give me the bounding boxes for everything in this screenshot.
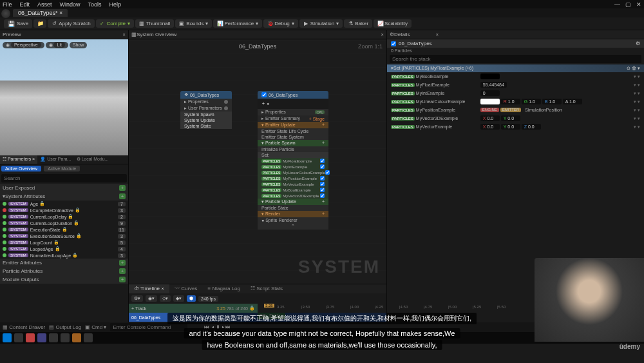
document-tab[interactable]: 06_DataTypes* × <box>13 9 68 17</box>
set-variable-row[interactable]: PARTICLESMyIntExample <box>258 164 328 170</box>
timeline-ruler[interactable]: 3.25 3.25|3.50|3.75|4.00|4.25|4.50|4.75|… <box>258 304 386 313</box>
add-icon[interactable]: + <box>119 193 126 199</box>
apply-scratch-button[interactable]: ↺Apply Scratch <box>48 19 94 28</box>
dropdown-icon[interactable]: ▾ ▾ <box>634 108 640 113</box>
close-tab-icon[interactable]: × <box>59 10 62 16</box>
add-icon[interactable]: + <box>119 268 126 274</box>
taskbar-icon[interactable] <box>26 333 35 342</box>
menu-tools[interactable]: Tools <box>88 1 102 8</box>
dropdown-icon[interactable]: ▾ ▾ <box>634 91 640 96</box>
window-close-icon[interactable]: ✕ <box>636 1 641 8</box>
close-icon[interactable]: × <box>435 32 439 37</box>
graph-canvas[interactable]: 06_DataTypes Zoom 1:1 ❖06_DataTypes ▸ Pr… <box>129 39 386 284</box>
details-tab[interactable]: ⚙ Details× <box>387 30 644 39</box>
system-node[interactable]: ❖06_DataTypes ▸ Properties▸ User Paramet… <box>180 91 232 129</box>
details-property-row[interactable]: PARTICLESMyIntExample0▾ ▾ <box>387 89 644 97</box>
taskbar-icon[interactable] <box>49 333 58 342</box>
bounds-button[interactable]: ▣Bounds ▾ <box>175 19 212 28</box>
system-attribute-row[interactable]: SYSTEMExecutionStateSource🔒3 <box>0 233 128 239</box>
parameter-search-input[interactable] <box>1 174 127 182</box>
set-variable-row[interactable]: PARTICLESMyVectorExample <box>258 181 328 187</box>
set-variable-row[interactable]: PARTICLESMyFloatExample <box>258 158 328 164</box>
taskbar-icon[interactable] <box>3 333 12 342</box>
details-property-row[interactable]: PARTICLESMyFloatExample55.445484▾ ▾ <box>387 81 644 89</box>
dropdown-icon[interactable]: ▾ ▾ <box>634 124 640 130</box>
timeline-snap-icon[interactable]: ◇▾ <box>160 295 171 302</box>
dropdown-icon[interactable]: ▾ ▾ <box>634 83 640 88</box>
dropdown-icon[interactable]: ▾ ▾ <box>634 99 640 104</box>
details-property-row[interactable]: PARTICLESMyVectorExample0.00.00.0▾ ▾ <box>387 123 644 131</box>
menu-file[interactable]: File <box>3 1 12 8</box>
var-enabled-checkbox[interactable] <box>320 164 325 169</box>
node-row[interactable]: ▸ Properties <box>180 99 232 105</box>
baker-button[interactable]: ⚗Baker <box>344 19 372 28</box>
taskbar-icon[interactable] <box>14 333 23 342</box>
system-overview-tab[interactable]: ▦ System Overview × <box>129 30 386 39</box>
system-attribute-row[interactable]: SYSTEMbCompleteOnInactive🔒3 <box>0 207 128 213</box>
scalability-button[interactable]: 📈Scalability <box>374 19 412 28</box>
system-attribute-row[interactable]: SYSTEMExecutionState🔒11 <box>0 226 128 233</box>
viewport-lit-button[interactable]: ◉ Lit <box>46 42 68 48</box>
tab-niagara-log[interactable]: ≡ Niagara Log <box>203 284 245 293</box>
node-row[interactable]: System Update <box>180 117 232 123</box>
active-overview-button[interactable]: Active Overview <box>1 166 41 172</box>
set-variable-row[interactable]: PARTICLESMyPositionExample <box>258 175 328 181</box>
fps-display[interactable]: 240 fps <box>198 296 218 302</box>
details-search-input[interactable] <box>390 55 641 63</box>
gear-icon[interactable]: ⚙ <box>636 41 640 46</box>
menu-window[interactable]: Window <box>60 1 80 8</box>
output-log-button[interactable]: ▤ Output Log <box>49 324 81 330</box>
module-row[interactable]: Particle State <box>258 205 328 211</box>
var-enabled-checkbox[interactable] <box>320 159 325 163</box>
set-variable-row[interactable]: PARTICLESMyVector2DExample <box>258 193 328 199</box>
cmd-dropdown[interactable]: ▣ Cmd ▾ <box>85 324 106 330</box>
viewport-show-button[interactable]: Show <box>70 42 88 48</box>
set-module-header[interactable]: Set: <box>258 152 328 158</box>
active-module-button[interactable]: Active Module <box>44 166 80 172</box>
window-maximize-icon[interactable]: ▢ <box>625 1 631 8</box>
timeline-key-icon[interactable]: ◆▾ <box>173 295 184 302</box>
taskbar-icon[interactable] <box>61 333 70 342</box>
menu-edit[interactable]: Edit <box>20 1 30 8</box>
timeline-settings-icon[interactable]: ⚙▾ <box>131 295 143 302</box>
system-attribute-row[interactable]: SYSTEMCurrentLoopDuration🔒9 <box>0 220 128 226</box>
content-drawer-button[interactable]: ▦ Content Drawer <box>3 324 45 330</box>
node-header[interactable]: ❖06_DataTypes <box>180 91 232 99</box>
add-track-button[interactable]: + Track 3.25 781 of 240 🔒 <box>129 304 258 313</box>
tab-timeline[interactable]: ⏱ Timeline × <box>129 284 169 293</box>
details-enabled-checkbox[interactable] <box>391 41 396 46</box>
system-attribute-row[interactable]: SYSTEMLoopCount🔒5 <box>0 239 128 246</box>
timeline-filter-icon[interactable]: ◉▾ <box>146 295 157 302</box>
system-attribute-row[interactable]: SYSTEMLoopedAge🔒4 <box>0 246 128 252</box>
set-variable-row[interactable]: PARTICLESMyLinearColourExample <box>258 170 328 175</box>
dropdown-icon[interactable]: ▾ ▾ <box>634 116 640 121</box>
var-enabled-checkbox[interactable] <box>320 188 325 192</box>
user-exposed-header[interactable]: User Exposed+ <box>0 184 128 192</box>
collapse-icon[interactable]: ⌃ <box>258 223 328 230</box>
details-property-row[interactable]: PARTICLESMyVector2DExample0.00.0▾ ▾ <box>387 114 644 123</box>
performance-button[interactable]: 📊Performance ▾ <box>213 19 262 28</box>
var-enabled-checkbox[interactable] <box>325 170 330 175</box>
node-row[interactable]: System Spawn <box>180 112 232 117</box>
tab-user-parameters[interactable]: 👤 User Para... <box>37 155 73 164</box>
close-icon[interactable]: × <box>122 32 126 37</box>
tab-parameters[interactable]: ☷ Parameters × <box>0 155 37 164</box>
emitter-attributes-header[interactable]: Emitter Attributes+ <box>0 259 128 267</box>
node-row[interactable]: System State <box>180 123 232 129</box>
node-header[interactable]: 06_DataTypes <box>258 91 328 99</box>
add-icon[interactable]: + <box>119 185 126 191</box>
pin-icon[interactable] <box>224 106 228 110</box>
var-enabled-checkbox[interactable] <box>320 193 325 198</box>
system-attribute-row[interactable]: SYSTEMCurrentLoopDelay🔒2 <box>0 213 128 220</box>
taskbar-icon[interactable] <box>72 333 81 342</box>
details-property-row[interactable]: PARTICLESMyPositionExampleENGINEEMITTERS… <box>387 106 644 114</box>
add-icon[interactable]: + <box>119 260 126 266</box>
preview-viewport[interactable]: ◉ Perspective ◉ Lit Show <box>0 39 128 155</box>
add-stage-button[interactable]: + Stage <box>309 117 325 121</box>
menu-help[interactable]: Help <box>109 1 122 8</box>
lock-icon[interactable]: 🔒 <box>249 306 255 311</box>
playhead-marker[interactable]: 3.25 <box>264 304 274 308</box>
set-variable-row[interactable]: PARTICLESMyBoolExample <box>258 187 328 193</box>
viewport-perspective-button[interactable]: ◉ Perspective <box>3 42 44 48</box>
system-attribute-row[interactable]: SYSTEMAge🔒7 <box>0 201 128 207</box>
